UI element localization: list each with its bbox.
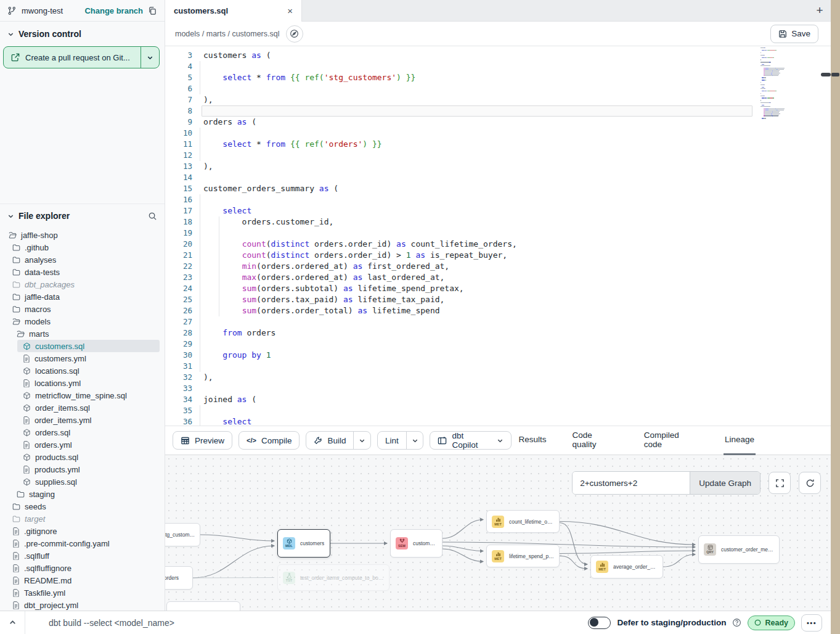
- file-item-dbt-packages[interactable]: dbt_packages: [0, 278, 165, 290]
- file-item-jaffle-data[interactable]: jaffle-data: [0, 290, 165, 303]
- file-item-supplies-sql[interactable]: supplies.sql: [0, 476, 165, 488]
- tab-customers-sql[interactable]: customers.sql ×: [165, 0, 302, 22]
- lint-button[interactable]: Lint: [378, 432, 406, 449]
- indent-guide: [200, 283, 200, 294]
- panel-tab-compiled-code[interactable]: Compiled code: [643, 426, 700, 455]
- file-item--sqlfluffignore[interactable]: .sqlfluffignore: [0, 562, 165, 574]
- version-control-header[interactable]: Version control: [0, 22, 165, 45]
- file-item-products-sql[interactable]: products.sql: [0, 451, 165, 463]
- code-line-11: 11 select * from {{ ref('orders') }}: [165, 139, 831, 150]
- lineage-node-customer_order_metrics[interactable]: QRYcustomer_order_metrics: [698, 535, 780, 564]
- editor-minimap[interactable]: [760, 47, 809, 125]
- compile-button[interactable]: </> Compile: [239, 431, 300, 450]
- lineage-node-lifetime_spend_pretax[interactable]: METlifetime_spend_pretax: [486, 545, 560, 567]
- panel-tab-lineage[interactable]: Lineage: [724, 426, 756, 455]
- view-docs-icon[interactable]: [286, 25, 303, 43]
- save-button[interactable]: Save: [770, 25, 818, 43]
- file-item-target[interactable]: target: [0, 513, 165, 525]
- file-item-models[interactable]: models: [0, 315, 165, 327]
- defer-toggle[interactable]: [588, 617, 611, 629]
- line-number: 27: [165, 316, 192, 327]
- file-item--github[interactable]: .github: [0, 241, 165, 253]
- fullscreen-icon[interactable]: [769, 472, 791, 494]
- file-item-metricflow-time-spine-sql[interactable]: metricflow_time_spine.sql: [0, 389, 165, 401]
- desktop-edge: [831, 0, 840, 634]
- file-item-dbt-project-yml[interactable]: dbt_project.yml: [0, 599, 165, 611]
- file-item-orders-yml[interactable]: orders.yml: [0, 438, 165, 451]
- file-item-order-items-sql[interactable]: order_items.sql: [0, 401, 165, 414]
- main-area: customers.sql × + models / marts / custo…: [165, 0, 831, 611]
- file-item-taskfile-yml[interactable]: Taskfile.yml: [0, 587, 165, 599]
- ready-label: Ready: [765, 619, 788, 627]
- file-item-orders-sql[interactable]: orders.sql: [0, 426, 165, 438]
- file-item-order-items-yml[interactable]: order_items.yml: [0, 414, 165, 426]
- panel-tab-results[interactable]: Results: [518, 426, 548, 455]
- file-item--pre-commit-config-yaml[interactable]: .pre-commit-config.yaml: [0, 537, 165, 550]
- file-item-customers-yml[interactable]: customers.yml: [0, 352, 165, 364]
- code-icon: </>: [247, 437, 256, 444]
- build-dropdown-caret[interactable]: [353, 432, 370, 449]
- code-editor[interactable]: 3customers as (45 select * from {{ ref('…: [165, 46, 831, 426]
- new-tab-button[interactable]: +: [809, 0, 831, 21]
- file-item-seeds[interactable]: seeds: [0, 500, 165, 513]
- file-item--sqlfluff[interactable]: .sqlfluff: [0, 550, 165, 562]
- code-line-5: 5 select * from {{ ref('stg_customers') …: [165, 72, 831, 83]
- folder-icon: [12, 293, 20, 301]
- status-badge[interactable]: Ready: [748, 615, 795, 630]
- build-button-group: Build: [306, 431, 371, 450]
- search-icon[interactable]: [148, 212, 157, 221]
- preview-button[interactable]: Preview: [173, 431, 232, 450]
- dbt-copilot-button[interactable]: dbt Copilot: [430, 431, 511, 450]
- file-item-label: locations.yml: [35, 379, 81, 388]
- code-text: customer_orders_summary as (: [203, 183, 338, 194]
- file-item-customers-sql[interactable]: customers.sql: [0, 340, 165, 352]
- file-item-staging[interactable]: staging: [0, 488, 165, 500]
- editor-scrollbar[interactable]: [821, 73, 831, 76]
- file-item-data-tests[interactable]: data-tests: [0, 266, 165, 278]
- lineage-node-orders[interactable]: MDLorders: [165, 566, 193, 590]
- indent-guide: [200, 216, 200, 228]
- build-button[interactable]: Build: [306, 432, 353, 449]
- indent-guide: [200, 316, 200, 327]
- file-item-products-yml[interactable]: products.yml: [0, 463, 165, 476]
- lineage-node-customers_sem[interactable]: SEMcustomers: [390, 529, 442, 558]
- lineage-selector-input[interactable]: [573, 472, 690, 494]
- file-item-marts[interactable]: marts: [0, 327, 165, 340]
- line-number: 12: [165, 150, 192, 161]
- refresh-icon[interactable]: [799, 472, 821, 494]
- chevron-up-icon[interactable]: [0, 619, 25, 627]
- lineage-node-count_lifetime_orders[interactable]: METcount_lifetime_orders: [486, 510, 560, 533]
- doc-icon: [12, 564, 20, 572]
- indent-guide: [200, 150, 200, 161]
- lineage-node-test_faded[interactable]: TSTtest_order_items_compute_to_bools...: [277, 564, 389, 591]
- file-item-analyses[interactable]: analyses: [0, 253, 165, 266]
- window-scrollbar-thumb[interactable]: [831, 73, 839, 76]
- panel-tab-code-quality[interactable]: Code quality: [571, 426, 619, 455]
- pr-dropdown-caret[interactable]: [141, 47, 159, 68]
- file-item-jaffle-shop[interactable]: jaffle-shop: [0, 229, 165, 241]
- lint-dropdown-caret[interactable]: [406, 432, 423, 449]
- badge-met: MET: [492, 550, 504, 562]
- lineage-node-stg_customers[interactable]: MDLstg_customers: [165, 523, 200, 546]
- lineage-node-partial_node[interactable]: [166, 601, 240, 611]
- command-input[interactable]: [49, 618, 357, 628]
- update-graph-button[interactable]: Update Graph: [690, 472, 760, 494]
- close-icon[interactable]: ×: [287, 6, 293, 15]
- lineage-panel[interactable]: MDLstg_customersMDLordersMDLcustomersTST…: [165, 455, 831, 611]
- folder-icon: [12, 281, 20, 289]
- copy-icon[interactable]: [148, 6, 157, 15]
- file-item-readme-md[interactable]: README.md: [0, 574, 165, 587]
- lineage-node-average_order_value[interactable]: METaverage_order_value: [590, 555, 663, 578]
- code-text: customers as (: [203, 50, 271, 61]
- help-icon[interactable]: [732, 618, 741, 627]
- lineage-node-customers[interactable]: MDLcustomers: [277, 529, 330, 558]
- more-options-button[interactable]: •••: [801, 614, 822, 632]
- line-number: 11: [165, 139, 192, 150]
- create-pr-button[interactable]: Create a pull request on Git...: [3, 46, 160, 68]
- change-branch-link[interactable]: Change branch: [84, 6, 143, 15]
- code-text: from orders: [203, 327, 275, 339]
- file-item-macros[interactable]: macros: [0, 303, 165, 315]
- file-item--gitignore[interactable]: .gitignore: [0, 525, 165, 537]
- file-item-locations-sql[interactable]: locations.sql: [0, 364, 165, 377]
- file-item-locations-yml[interactable]: locations.yml: [0, 377, 165, 389]
